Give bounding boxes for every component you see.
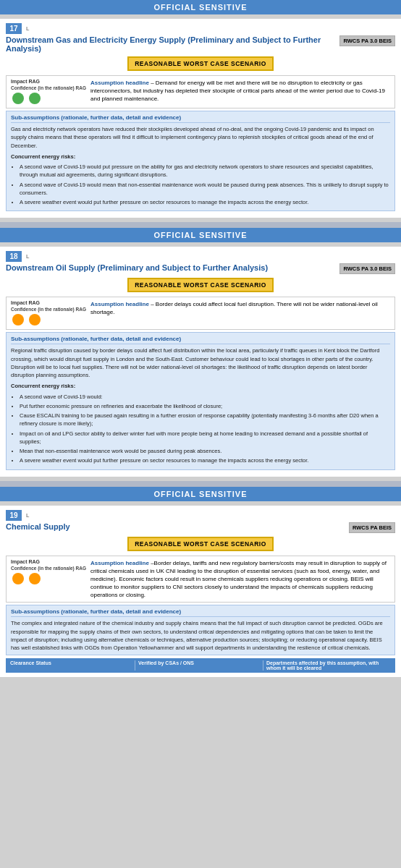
sub-title-19: Sub-assumptions (rationale, further data… — [11, 608, 390, 617]
official-sensitive-bar-17: OFFICIAL SENSITIVE — [0, 0, 401, 14]
rwcs-badge-19: RWCS PA BEIS — [349, 522, 395, 533]
rag-impact-circle-19 — [12, 573, 24, 584]
footer-departments: Departments affected by this assumption,… — [266, 660, 391, 671]
rag-confidence-label-19: Confidence (in the rationale) RAG — [11, 566, 86, 571]
rwcs-badge-17: RWCS PA 3.0 BEIS — [339, 35, 395, 46]
rag-confidence-circle-19 — [29, 573, 41, 584]
concurrent-title-18: Concurrent energy risks: — [11, 382, 390, 390]
rag-impact-label-17: Impact RAG — [11, 79, 86, 84]
concurrent-title-17: Concurrent energy risks: — [11, 153, 390, 161]
assumption-area-18: Impact RAG Confidence (in the rationale)… — [6, 297, 395, 330]
assumption-headline-label-17: Assumption headline — [90, 80, 149, 86]
separator-1 — [0, 222, 401, 228]
sub-intro-17: Gas and electricity network operators ha… — [11, 126, 374, 149]
sub-content-17: Gas and electricity network operators ha… — [11, 125, 390, 206]
section-number-18: 18 — [6, 251, 22, 262]
section-number-19: 19 — [6, 510, 22, 521]
official-sensitive-bar-19: OFFICIAL SENSITIVE — [0, 487, 401, 501]
section-18: 18 L Downstream Oil Supply (Preliminary … — [0, 247, 401, 476]
footer-clearance-label: Clearance Status — [10, 660, 132, 665]
rag-block-18: Impact RAG Confidence (in the rationale)… — [11, 300, 86, 326]
bullet-18-3: Impact on oil and LPG sector ability to … — [20, 430, 390, 446]
sub-assumptions-18: Sub-assumptions (rationale, further data… — [6, 332, 395, 469]
section-number-17: 17 — [6, 23, 22, 34]
bullets-18: A second wave of Covid-19 would: Put fur… — [11, 393, 390, 465]
bullet-18-2: Cause ESCALIN training to be paused agai… — [20, 412, 390, 428]
bullet-18-5: A severe weather event would put further… — [20, 456, 390, 464]
rag-impact-label-18: Impact RAG — [11, 300, 86, 305]
sub-assumptions-19: Sub-assumptions (rationale, further data… — [6, 605, 395, 655]
assumption-text-19: Assumption headline –Border delays, tari… — [90, 559, 390, 600]
bullet-17-2: A severe weather event would put further… — [20, 198, 390, 206]
bullet-18-1: Put further economic pressure on refiner… — [20, 402, 390, 410]
assumption-text-17: Assumption headline – Demand for energy … — [90, 79, 390, 103]
scenario-label-19: REASONABLE WORST CASE SCENARIO — [127, 537, 274, 551]
sub-intro-18: Regional traffic disruption caused by bo… — [11, 347, 379, 378]
section-title-17: Downstream Gas and Electricity Energy Su… — [6, 35, 337, 53]
rwcs-badge-18: RWCS PA 3.0 BEIS — [339, 263, 395, 274]
rag-block-17: Impact RAG Confidence (in the rationale)… — [11, 79, 86, 105]
scenario-label-17: REASONABLE WORST CASE SCENARIO — [127, 56, 274, 71]
footer-verified: Verified by CSAs / ONS — [138, 660, 263, 671]
rag-confidence-label-17: Confidence (in the rationale) RAG — [11, 85, 86, 90]
section-title-18: Downstream Oil Supply (Preliminary and S… — [6, 263, 337, 272]
rag-block-19: Impact RAG Confidence (in the rationale)… — [11, 559, 86, 585]
official-sensitive-bar-18: OFFICIAL SENSITIVE — [0, 228, 401, 242]
assumption-headline-label-18: Assumption headline — [90, 301, 149, 307]
sub-title-17: Sub-assumptions (rationale, further data… — [11, 114, 390, 123]
bullets-17: A second wave of Covid-19 would put pres… — [11, 163, 390, 206]
section-flag-19: L — [26, 512, 29, 519]
assumption-area-19: Impact RAG Confidence (in the rationale)… — [6, 556, 395, 603]
sub-content-18: Regional traffic disruption caused by bo… — [11, 346, 390, 464]
rag-impact-circle-18 — [12, 314, 24, 326]
assumption-headline-label-19: Assumption headline — [90, 560, 149, 566]
sub-intro-19: The complex and integrated nature of the… — [11, 620, 383, 651]
scenario-label-18: REASONABLE WORST CASE SCENARIO — [127, 278, 274, 292]
footer-bar: Clearance Status Verified by CSAs / ONS … — [6, 658, 395, 673]
section-flag-18: L — [26, 253, 29, 260]
bullet-18-0: A second wave of Covid-19 would: — [20, 393, 390, 401]
rag-confidence-label-18: Confidence (in the rationale) RAG — [11, 307, 86, 312]
section-title-19: Chemical Supply — [6, 522, 346, 531]
bullet-17-0: A second wave of Covid-19 would put pres… — [20, 163, 390, 179]
sub-content-19: The complex and integrated nature of the… — [11, 619, 390, 652]
rag-impact-circle-17 — [12, 93, 24, 104]
assumption-area-17: Impact RAG Confidence (in the rationale)… — [6, 75, 395, 109]
bullet-18-4: Mean that non-essential maintenance work… — [20, 447, 390, 455]
section-19: 19 L Chemical Supply RWCS PA BEIS REASON… — [0, 506, 401, 678]
section-flag-17: L — [26, 25, 29, 32]
separator-2 — [0, 481, 401, 487]
footer-clearance: Clearance Status — [10, 660, 135, 671]
footer-departments-label: Departments affected by this assumption,… — [266, 660, 388, 671]
rag-confidence-circle-17 — [29, 93, 41, 104]
bullet-17-1: A second wave of Covid-19 would mean tha… — [20, 181, 390, 197]
footer-verified-label: Verified by CSAs / ONS — [138, 660, 260, 665]
rag-confidence-circle-18 — [29, 314, 41, 326]
rag-impact-label-19: Impact RAG — [11, 559, 86, 564]
section-17: 17 L Downstream Gas and Electricity Ener… — [0, 19, 401, 218]
assumption-text-18: Assumption headline – Border delays coul… — [90, 300, 390, 316]
sub-assumptions-17: Sub-assumptions (rationale, further data… — [6, 111, 395, 211]
sub-title-18: Sub-assumptions (rationale, further data… — [11, 336, 390, 344]
